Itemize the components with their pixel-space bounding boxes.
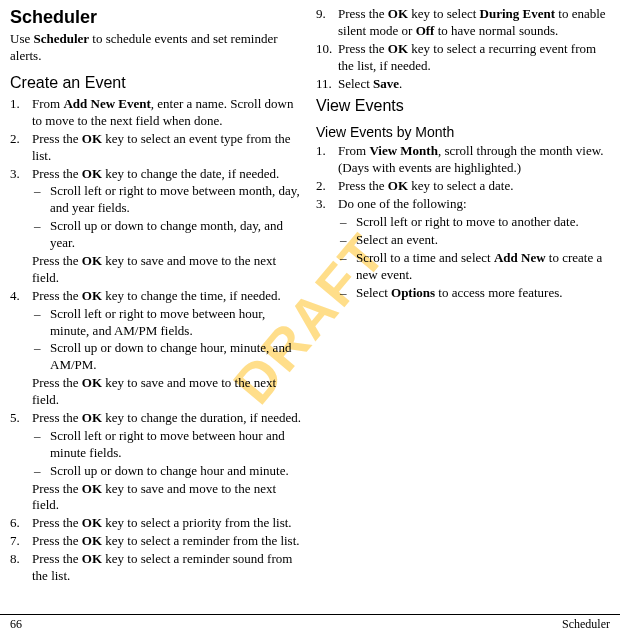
step-3: 3. Press the OK key to change the date, …	[10, 166, 304, 252]
page-number: 66	[10, 617, 22, 633]
text: key to change the duration, if needed.	[102, 410, 301, 425]
step-body: From Add New Event, enter a name. Scroll…	[32, 96, 304, 130]
page-content: Scheduler Use Scheduler to schedule even…	[0, 0, 620, 615]
text: Press the	[338, 178, 388, 193]
heading-create-event: Create an Event	[10, 73, 304, 94]
substep: – Scroll left or right to move between h…	[32, 428, 304, 462]
step-11: 11. Select Save.	[316, 76, 610, 93]
step-number: 1.	[10, 96, 32, 130]
text: From	[32, 96, 63, 111]
step-body: Press the OK key to select an event type…	[32, 131, 304, 165]
intro-text: Use Scheduler to schedule events and set…	[10, 31, 304, 65]
step-body: Press the OK key to select a priority fr…	[32, 515, 304, 532]
step-5: 5. Press the OK key to change the durati…	[10, 410, 304, 480]
dash: –	[338, 285, 356, 302]
substep-body: Select Options to access more features.	[356, 285, 610, 302]
text: Press the	[32, 410, 82, 425]
text: Do one of the following:	[338, 196, 467, 211]
substep-body: Scroll left or right to move between mon…	[50, 183, 304, 217]
footer-title: Scheduler	[562, 617, 610, 633]
dash: –	[32, 463, 50, 480]
bold-ok: OK	[82, 253, 102, 268]
substep: – Scroll up or down to change month, day…	[32, 218, 304, 252]
step-number: 1.	[316, 143, 338, 177]
heading-view-by-month: View Events by Month	[316, 123, 610, 141]
dash: –	[32, 218, 50, 252]
step-3-continue: Press the OK key to save and move to the…	[32, 253, 304, 287]
step-number: 2.	[10, 131, 32, 165]
substep-body: Scroll up or down to change hour, minute…	[50, 340, 304, 374]
view-step-1: 1. From View Month, scroll through the m…	[316, 143, 610, 177]
bold-ok: OK	[82, 481, 102, 496]
substep: – Scroll left or right to move between m…	[32, 183, 304, 217]
text: key to select a priority from the list.	[102, 515, 292, 530]
text: Scroll to a time and select	[356, 250, 494, 265]
bold-options: Options	[391, 285, 435, 300]
step-number: 5.	[10, 410, 32, 480]
bold-add-new: Add New	[494, 250, 546, 265]
step-body: Press the OK key to change the time, if …	[32, 288, 304, 374]
text: From	[338, 143, 369, 158]
text: Press the	[338, 41, 388, 56]
bold-ok: OK	[388, 6, 408, 21]
text: key to select a date.	[408, 178, 513, 193]
bold-view-month: View Month	[369, 143, 438, 158]
substep-body: Scroll up or down to change hour and min…	[50, 463, 304, 480]
bold-scheduler: Scheduler	[33, 31, 89, 46]
step-4-continue: Press the OK key to save and move to the…	[32, 375, 304, 409]
text: to have normal sounds.	[434, 23, 558, 38]
step-body: Press the OK key to select During Event …	[338, 6, 610, 40]
text: Press the	[32, 288, 82, 303]
bold-save: Save	[373, 76, 399, 91]
substep: – Scroll up or down to change hour and m…	[32, 463, 304, 480]
step-9: 9. Press the OK key to select During Eve…	[316, 6, 610, 40]
step-body: Do one of the following: – Scroll left o…	[338, 196, 610, 301]
substep-body: Scroll to a time and select Add New to c…	[356, 250, 610, 284]
bold-ok: OK	[82, 410, 102, 425]
substep: – Scroll left or right to move to anothe…	[338, 214, 610, 231]
step-number: 3.	[316, 196, 338, 301]
text: .	[399, 76, 402, 91]
substep: – Select Options to access more features…	[338, 285, 610, 302]
bold-ok: OK	[82, 375, 102, 390]
step-body: Press the OK key to select a recurring e…	[338, 41, 610, 75]
text: Press the	[32, 166, 82, 181]
bold-ok: OK	[82, 515, 102, 530]
step-body: From View Month, scroll through the mont…	[338, 143, 610, 177]
text: Press the	[32, 253, 82, 268]
step-6: 6. Press the OK key to select a priority…	[10, 515, 304, 532]
dash: –	[32, 340, 50, 374]
bold-ok: OK	[388, 178, 408, 193]
heading-view-events: View Events	[316, 96, 610, 117]
step-body: Press the OK key to select a date.	[338, 178, 610, 195]
step-body: Press the OK key to select a reminder fr…	[32, 533, 304, 550]
dash: –	[32, 183, 50, 217]
step-number: 7.	[10, 533, 32, 550]
dash: –	[32, 428, 50, 462]
text: to access more features.	[435, 285, 562, 300]
text: Select	[338, 76, 373, 91]
step-10: 10. Press the OK key to select a recurri…	[316, 41, 610, 75]
heading-scheduler: Scheduler	[10, 6, 304, 29]
view-step-3: 3. Do one of the following: – Scroll lef…	[316, 196, 610, 301]
step-8: 8. Press the OK key to select a reminder…	[10, 551, 304, 585]
step-number: 9.	[316, 6, 338, 40]
page-footer: 66 Scheduler	[0, 614, 620, 637]
bold-ok: OK	[82, 288, 102, 303]
text: key to select	[408, 6, 479, 21]
bold-ok: OK	[82, 166, 102, 181]
text: Press the	[32, 551, 82, 566]
bold-add-new-event: Add New Event	[63, 96, 150, 111]
step-number: 11.	[316, 76, 338, 93]
step-number: 10.	[316, 41, 338, 75]
text: Press the	[32, 375, 82, 390]
substep: – Scroll left or right to move between h…	[32, 306, 304, 340]
text: Press the	[32, 515, 82, 530]
step-7: 7. Press the OK key to select a reminder…	[10, 533, 304, 550]
text: Press the	[338, 6, 388, 21]
text: Select	[356, 285, 391, 300]
step-number: 8.	[10, 551, 32, 585]
step-1: 1. From Add New Event, enter a name. Scr…	[10, 96, 304, 130]
substep-body: Scroll left or right to move to another …	[356, 214, 610, 231]
text: Press the	[32, 533, 82, 548]
